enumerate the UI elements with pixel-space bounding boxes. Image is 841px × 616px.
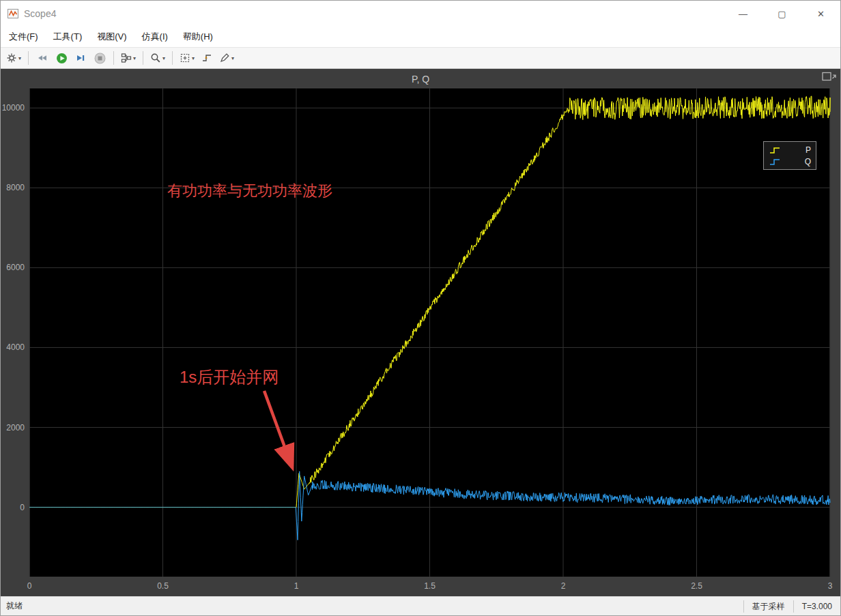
chevron-down-icon: ▾ xyxy=(18,55,21,61)
magnifier-icon xyxy=(150,53,161,63)
scope-window: Scope4 — ▢ ✕ 文件(F) 工具(T) 视图(V) 仿真(I) 帮助(… xyxy=(0,0,841,616)
svg-text:0: 0 xyxy=(20,503,25,512)
run-button[interactable] xyxy=(53,49,70,67)
step-forward-icon xyxy=(75,53,86,63)
waveform-plot[interactable]: 00.511.522.530200040006000800010000 xyxy=(1,69,840,596)
menu-item-file[interactable]: 文件(F) xyxy=(9,31,38,43)
status-sim-time: T=3.000 xyxy=(793,600,840,613)
trigger-icon xyxy=(201,53,212,63)
rewind-button[interactable] xyxy=(33,49,51,67)
trigger-button[interactable] xyxy=(198,49,216,67)
legend-label: P xyxy=(806,145,811,155)
toolbar-separator xyxy=(143,51,143,65)
stop-button[interactable] xyxy=(91,49,109,67)
svg-text:0: 0 xyxy=(27,581,32,591)
step-signal-icon xyxy=(769,145,781,155)
window-controls: — ▢ ✕ xyxy=(724,1,840,27)
dock-icon[interactable] xyxy=(822,72,837,83)
legend-entry-p: P xyxy=(769,144,811,156)
layout-button[interactable]: ▾ xyxy=(119,49,138,67)
svg-text:10000: 10000 xyxy=(2,103,25,113)
rewind-icon xyxy=(37,53,48,63)
menubar: 文件(F) 工具(T) 视图(V) 仿真(I) 帮助(H) xyxy=(1,27,840,47)
maximize-button[interactable]: ▢ xyxy=(762,1,801,27)
step-forward-button[interactable] xyxy=(72,49,89,67)
toolbar-separator xyxy=(113,51,114,65)
settings-button[interactable]: ▾ xyxy=(4,49,23,67)
svg-text:6000: 6000 xyxy=(6,263,25,272)
toolbar-separator xyxy=(28,51,29,65)
svg-text:3: 3 xyxy=(828,581,833,591)
scope-app-icon xyxy=(8,8,18,19)
status-ready: 就绪 xyxy=(1,600,23,612)
pen-icon xyxy=(219,53,230,63)
window-title: Scope4 xyxy=(24,8,56,19)
gear-icon xyxy=(6,53,17,63)
annotation-grid-connect: 1s后开始并网 xyxy=(180,366,279,388)
chevron-down-icon: ▾ xyxy=(192,55,195,61)
zoom-button[interactable]: ▾ xyxy=(148,49,167,67)
step-signal-icon xyxy=(769,157,781,166)
svg-text:2.5: 2.5 xyxy=(691,581,702,591)
legend[interactable]: P Q xyxy=(763,141,816,170)
layout-icon xyxy=(121,53,132,63)
chevron-down-icon: ▾ xyxy=(133,55,136,61)
plot-title: P, Q xyxy=(1,74,840,85)
menu-item-help[interactable]: 帮助(H) xyxy=(183,31,213,43)
fit-to-view-button[interactable]: ▾ xyxy=(177,49,197,67)
legend-label: Q xyxy=(805,157,811,166)
chevron-down-icon: ▾ xyxy=(231,55,234,61)
close-button[interactable]: ✕ xyxy=(801,1,840,27)
minimize-button[interactable]: — xyxy=(724,1,762,27)
annotation-power-waveforms: 有功功率与无功功率波形 xyxy=(167,181,332,201)
svg-text:2000: 2000 xyxy=(6,423,25,432)
svg-text:8000: 8000 xyxy=(6,183,25,192)
menu-item-view[interactable]: 视图(V) xyxy=(97,31,126,43)
chevron-down-icon: ▾ xyxy=(162,55,165,61)
svg-text:2: 2 xyxy=(561,581,566,591)
statusbar: 就绪 基于采样 T=3.000 xyxy=(1,596,840,615)
svg-text:1.5: 1.5 xyxy=(424,581,436,591)
status-sample-mode: 基于采样 xyxy=(743,600,793,613)
play-icon xyxy=(56,53,68,64)
stop-icon xyxy=(94,53,106,64)
svg-text:1: 1 xyxy=(294,581,299,591)
menu-item-tools[interactable]: 工具(T) xyxy=(53,31,83,43)
measurements-button[interactable]: ▾ xyxy=(217,49,236,67)
toolbar-separator xyxy=(172,51,173,65)
scope-canvas: 00.511.522.530200040006000800010000 P, Q… xyxy=(1,69,840,596)
legend-entry-q: Q xyxy=(769,156,811,167)
fit-to-view-icon xyxy=(180,53,190,63)
toolbar: ▾ xyxy=(1,47,840,69)
menu-item-simulation[interactable]: 仿真(I) xyxy=(142,31,168,43)
titlebar: Scope4 — ▢ ✕ xyxy=(1,1,840,27)
status-right: 基于采样 T=3.000 xyxy=(743,597,840,615)
svg-text:0.5: 0.5 xyxy=(157,581,169,591)
svg-text:4000: 4000 xyxy=(6,342,25,352)
